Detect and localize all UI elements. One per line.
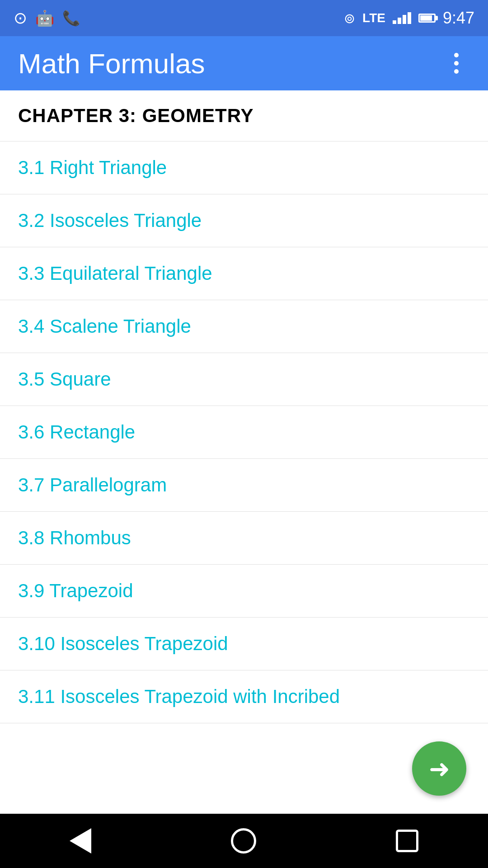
app-title: Math Formulas — [18, 47, 205, 80]
list-item-label: 3.7 Parallelogram — [18, 474, 167, 496]
list-item-label: 3.11 Isosceles Trapezoid with Incribed — [18, 686, 340, 708]
list-item-label: 3.9 Trapezoid — [18, 580, 133, 602]
status-bar: ⊙ 🤖 📞 ⊚ LTE 9:47 — [0, 0, 488, 36]
list-item[interactable]: 3.9 Trapezoid — [0, 565, 488, 618]
back-button[interactable] — [70, 828, 91, 854]
list-item-label: 3.2 Isosceles Triangle — [18, 210, 202, 231]
chapter-header: CHAPTER 3: GEOMETRY — [0, 90, 488, 142]
fab-button[interactable]: ➜ — [412, 741, 466, 796]
list-item[interactable]: 3.3 Equilateral Triangle — [0, 247, 488, 300]
status-bar-left-icons: ⊙ 🤖 📞 — [14, 9, 80, 28]
list-item[interactable]: 3.2 Isosceles Triangle — [0, 194, 488, 247]
list-item-label: 3.6 Rectangle — [18, 421, 135, 443]
list-item-label: 3.4 Scalene Triangle — [18, 316, 191, 337]
call-icon: 📞 — [62, 9, 80, 27]
list-item-label: 3.8 Rhombus — [18, 527, 131, 549]
app-bar: Math Formulas — [0, 36, 488, 90]
chapter-title: CHAPTER 3: GEOMETRY — [18, 105, 253, 126]
list-item[interactable]: 3.4 Scalene Triangle — [0, 300, 488, 353]
bottom-nav — [0, 814, 488, 868]
list-item[interactable]: 3.8 Rhombus — [0, 512, 488, 565]
recents-icon — [396, 830, 418, 852]
home-icon — [231, 828, 256, 854]
lte-icon: LTE — [362, 11, 385, 25]
status-time: 9:47 — [443, 9, 474, 28]
status-bar-right-icons: ⊚ LTE 9:47 — [344, 9, 474, 28]
list-item[interactable]: 3.6 Rectangle — [0, 406, 488, 459]
wifi-icon: ⊚ — [344, 10, 355, 26]
recents-button[interactable] — [396, 830, 418, 852]
android-icon: 🤖 — [35, 9, 54, 27]
battery-icon — [418, 14, 436, 23]
list-item[interactable]: 3.10 Isosceles Trapezoid — [0, 618, 488, 670]
more-options-button[interactable] — [443, 50, 470, 77]
list-item-label: 3.3 Equilateral Triangle — [18, 263, 212, 284]
list-item[interactable]: 3.7 Parallelogram — [0, 459, 488, 512]
list-item[interactable]: 3.5 Square — [0, 353, 488, 406]
list-item[interactable]: 3.11 Isosceles Trapezoid with Incribed — [0, 670, 488, 723]
list-item-label: 3.1 Right Triangle — [18, 157, 167, 179]
list-item[interactable]: 3.1 Right Triangle — [0, 142, 488, 194]
record-icon: ⊙ — [14, 9, 27, 28]
signal-bars-icon — [393, 12, 411, 24]
back-icon — [70, 828, 91, 854]
arrow-right-icon: ➜ — [429, 754, 450, 783]
list-item-label: 3.10 Isosceles Trapezoid — [18, 633, 228, 655]
home-button[interactable] — [231, 828, 256, 854]
list-item-label: 3.5 Square — [18, 368, 111, 390]
formula-list: 3.1 Right Triangle 3.2 Isosceles Triangl… — [0, 142, 488, 723]
